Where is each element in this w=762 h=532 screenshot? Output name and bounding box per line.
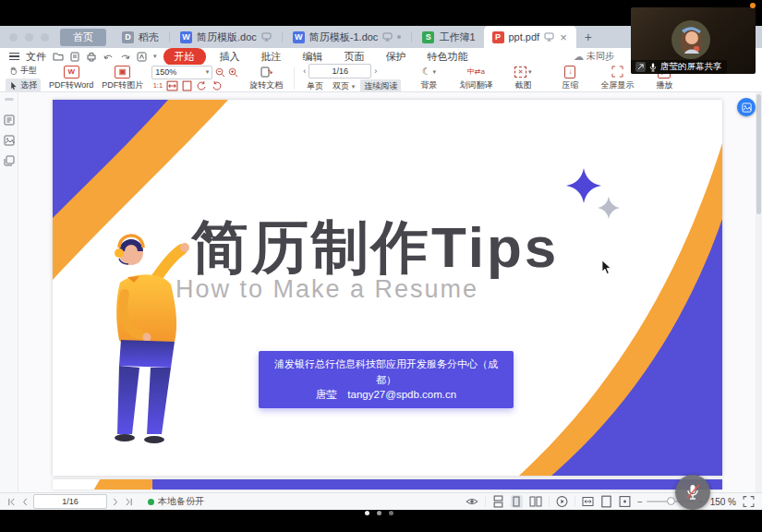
screenshot-button[interactable]: ✕▾ 截图 xyxy=(503,66,542,91)
mic-on-icon xyxy=(649,63,657,72)
undo-icon[interactable] xyxy=(103,53,114,61)
toolbar-prev-page-icon[interactable]: ‹ xyxy=(303,66,306,76)
backup-status[interactable]: 本地备份开 xyxy=(148,495,204,508)
annotation-panel-icon[interactable] xyxy=(4,155,15,166)
zoom-slider-knob[interactable] xyxy=(667,497,675,505)
tab-doc2[interactable]: W 简历模板-1.doc xyxy=(284,26,410,48)
unsaved-dot-icon xyxy=(397,35,401,39)
menu-tab-insert[interactable]: 插入 xyxy=(212,49,248,65)
fit-width-icon[interactable] xyxy=(166,80,178,91)
zoom-out-icon[interactable] xyxy=(215,67,225,78)
translate-button[interactable]: 中⇄a 划词翻译 xyxy=(456,66,495,91)
expand-fullscreen-icon[interactable] xyxy=(743,495,755,508)
outline-panel-icon[interactable] xyxy=(4,115,15,126)
toolbar-next-page-icon[interactable]: › xyxy=(374,66,377,76)
scrollbar-thumb[interactable] xyxy=(756,94,761,214)
page-dot-icon[interactable] xyxy=(377,511,381,515)
tab-sheet-label: 工作簿1 xyxy=(439,30,475,44)
document-view[interactable]: 简历制作Tips How to Make a Resume 浦发银行总行信息科技… xyxy=(18,92,762,492)
menu-tab-edit[interactable]: 编辑 xyxy=(296,49,331,65)
tab-sheet[interactable]: S 工作簿1 xyxy=(414,26,483,48)
pdf-to-image-icon: ▣ xyxy=(115,66,130,79)
tab-home[interactable]: 首页 xyxy=(60,29,106,46)
first-page-button[interactable] xyxy=(7,498,16,506)
pdf-to-image-button[interactable]: ▣ PDF转图片 xyxy=(102,66,143,91)
fit-page-status-icon[interactable] xyxy=(600,495,612,508)
menu-tab-protect[interactable]: 保护 xyxy=(379,49,414,65)
meeting-video-overlay[interactable]: 唐莹的屏幕共享 xyxy=(631,7,756,74)
menu-tab-special[interactable]: 特色功能 xyxy=(420,49,476,65)
floating-assistant-button[interactable] xyxy=(737,98,756,116)
sync-status[interactable]: ☁ 未同步 xyxy=(574,50,614,63)
rotate-left-icon[interactable] xyxy=(196,80,208,91)
actual-size-icon[interactable]: 1:1 xyxy=(151,80,163,91)
status-divider xyxy=(485,496,486,507)
pdf-to-word-button[interactable]: W PDF转Word xyxy=(49,66,93,91)
panel-drag-handle[interactable] xyxy=(5,98,14,101)
rotate-right-icon[interactable] xyxy=(211,80,223,91)
page-dot-icon[interactable] xyxy=(389,511,393,515)
menu-tab-page[interactable]: 页面 xyxy=(337,49,372,65)
compress-button[interactable]: ↓ 压缩 xyxy=(550,66,589,91)
menu-tab-comment[interactable]: 批注 xyxy=(254,49,289,65)
window-dot-icon[interactable] xyxy=(41,33,49,42)
tab-ppt-pdf[interactable]: P ppt.pdf × xyxy=(484,26,576,48)
tab-doc1[interactable]: W 简历模版.doc xyxy=(172,26,280,48)
eye-protect-icon[interactable] xyxy=(466,495,478,508)
zoom-in-icon[interactable] xyxy=(228,67,238,78)
select-tool-button[interactable]: 选择 xyxy=(6,79,41,92)
screenshot-caret-icon: ▾ xyxy=(528,68,532,76)
page-view-group: ‹ › 单页 双页 ▾ 连续阅读 xyxy=(303,64,401,93)
next-page-button[interactable] xyxy=(113,498,119,506)
actual-size-status-icon[interactable] xyxy=(619,495,631,508)
tab-docer[interactable]: D 稻壳 xyxy=(114,26,167,48)
status-page-input[interactable] xyxy=(33,494,107,509)
facing-pages-layout-icon[interactable] xyxy=(529,495,542,508)
status-divider xyxy=(549,496,550,507)
compress-label: 压缩 xyxy=(562,79,578,91)
single-page-button[interactable]: 单页 xyxy=(303,79,327,93)
close-tab-icon[interactable]: × xyxy=(559,30,568,44)
zoom-select[interactable]: 150% ▾ xyxy=(151,66,212,79)
pdf-to-word-icon: W xyxy=(64,66,79,79)
page-dot-icon[interactable] xyxy=(365,511,369,515)
window-dot-icon[interactable] xyxy=(9,33,18,42)
autoplay-icon[interactable] xyxy=(556,495,568,508)
vertical-scrollbar[interactable] xyxy=(756,92,762,492)
double-page-button[interactable]: 双页 ▾ xyxy=(329,79,358,93)
thumbnail-panel-icon[interactable] xyxy=(4,135,15,146)
pointer-tool-group: 手型 选择 xyxy=(6,64,41,92)
zoom-minus-icon[interactable]: − xyxy=(637,497,643,507)
continuous-read-button[interactable]: 连续阅读 xyxy=(360,79,401,93)
compress-icon: ↓ xyxy=(564,66,575,79)
translate-icon: 中⇄a xyxy=(467,66,485,77)
tab-pdf-label: ppt.pdf xyxy=(509,31,540,42)
toolbar-page-input[interactable] xyxy=(308,64,371,79)
continuous-layout-icon[interactable] xyxy=(492,495,504,508)
window-dot-icon[interactable] xyxy=(25,33,33,42)
rotate-document-button[interactable]: 旋转文档 xyxy=(247,66,285,91)
file-menu[interactable]: 文件 xyxy=(26,50,46,64)
last-page-button[interactable] xyxy=(125,498,133,506)
single-page-layout-icon[interactable] xyxy=(511,495,523,508)
redo-icon[interactable] xyxy=(120,53,130,61)
main-menu-icon[interactable] xyxy=(9,53,19,60)
fit-width-status-icon[interactable] xyxy=(582,495,594,508)
print-icon[interactable] xyxy=(86,52,97,62)
menu-tab-start[interactable]: 开始 xyxy=(163,48,206,66)
mute-microphone-button[interactable] xyxy=(675,475,710,510)
format-brush-icon[interactable] xyxy=(137,52,147,62)
hand-icon xyxy=(9,66,18,75)
desktop-page-dots[interactable] xyxy=(365,511,393,515)
hand-tool-button[interactable]: 手型 xyxy=(6,64,41,78)
save-icon[interactable] xyxy=(70,52,79,62)
background-button[interactable]: ☾▾ 背景 xyxy=(409,66,448,91)
new-tab-button[interactable]: + xyxy=(576,30,600,44)
fit-page-icon[interactable] xyxy=(181,80,193,91)
screen-share-label: 唐莹的屏幕共享 xyxy=(660,61,722,73)
quick-access-caret-icon[interactable]: ▾ xyxy=(153,53,157,60)
window-controls[interactable] xyxy=(0,33,60,42)
prev-page-button[interactable] xyxy=(21,498,28,506)
open-folder-icon[interactable] xyxy=(53,52,64,61)
select-tool-label: 选择 xyxy=(20,79,37,91)
